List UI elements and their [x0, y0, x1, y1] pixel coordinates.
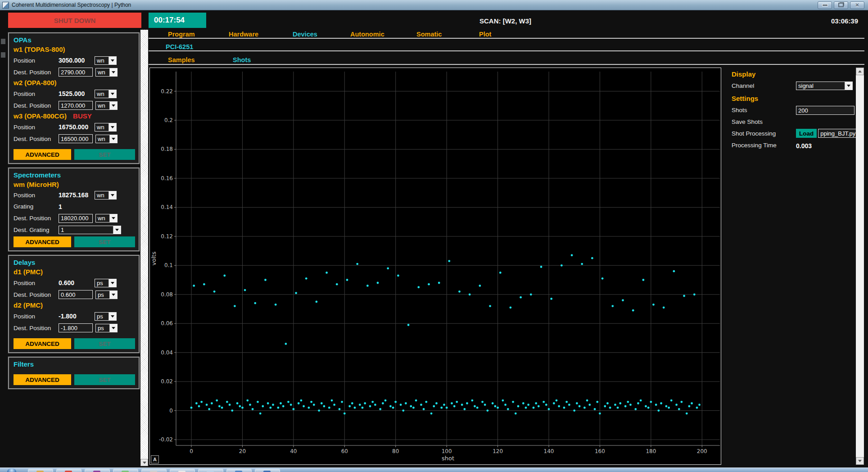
taskbar-app-9[interactable]	[255, 469, 280, 472]
destination-input[interactable]	[59, 68, 93, 77]
restore-button[interactable]	[834, 1, 848, 9]
chevron-down-icon[interactable]	[108, 191, 116, 199]
units-select[interactable]: wn	[95, 90, 117, 98]
set-button[interactable]: SET	[74, 149, 135, 160]
y-tick-label: 0.14	[161, 204, 173, 210]
scatter-point	[515, 413, 517, 415]
units-select[interactable]: wn	[95, 191, 117, 200]
tab-program[interactable]: Program	[168, 31, 195, 38]
close-button[interactable]: ✕	[850, 1, 864, 9]
chevron-down-icon[interactable]	[108, 313, 116, 320]
tab-devices[interactable]: Devices	[293, 31, 317, 38]
destination-input[interactable]	[59, 290, 93, 299]
scatter-point	[533, 407, 535, 409]
scatter-point	[213, 290, 216, 293]
panel-scrollbar[interactable]	[856, 68, 864, 465]
windows-taskbar[interactable]	[0, 467, 868, 472]
scatter-point	[522, 402, 524, 404]
shots-input[interactable]	[796, 106, 854, 115]
set-button[interactable]: SET	[74, 236, 135, 247]
units-select[interactable]: ps	[95, 279, 117, 287]
chevron-down-icon[interactable]	[109, 102, 117, 109]
destination-input[interactable]	[59, 101, 93, 110]
load-script-button[interactable]: Load	[796, 129, 817, 138]
scroll-down-icon[interactable]	[140, 459, 148, 466]
taskbar-app-2[interactable]	[56, 469, 81, 472]
chevron-down-icon[interactable]	[108, 57, 116, 64]
tab-shots[interactable]: Shots	[233, 56, 251, 64]
taskbar-app-6[interactable]	[170, 469, 195, 472]
units-select[interactable]: wn	[95, 123, 117, 132]
chevron-down-icon[interactable]	[109, 324, 117, 332]
minimize-button[interactable]	[818, 1, 832, 9]
units-select[interactable]: wn	[95, 68, 118, 77]
tab-samples[interactable]: Samples	[168, 56, 195, 64]
taskbar-app-8[interactable]	[226, 469, 252, 472]
chevron-down-icon[interactable]	[109, 291, 117, 299]
channel-select[interactable]: signal	[796, 82, 853, 90]
taskbar-app-4[interactable]	[113, 469, 138, 472]
units-select-value: ps	[95, 279, 108, 287]
set-button[interactable]: SET	[74, 374, 135, 385]
taskbar-app-1[interactable]	[28, 469, 53, 472]
scatter-point	[601, 277, 604, 280]
units-select[interactable]: wn	[95, 56, 117, 65]
units-select[interactable]: ps	[95, 290, 118, 299]
chevron-down-icon[interactable]	[108, 90, 116, 98]
scatter-point	[252, 408, 254, 410]
scatter-point	[550, 298, 552, 300]
chevron-down-icon[interactable]	[109, 68, 117, 76]
scatter-point	[267, 402, 269, 404]
destination-input[interactable]	[59, 214, 93, 223]
hardware-name: w2 (OPA-800)	[14, 79, 135, 89]
parameter-row: Position0.600ps	[14, 278, 135, 288]
advanced-button[interactable]: ADVANCED	[14, 149, 71, 160]
taskbar-app-3[interactable]	[85, 469, 110, 472]
units-select[interactable]: wn	[95, 214, 118, 222]
tab-hardware[interactable]: Hardware	[229, 31, 258, 38]
parameter-label: Position	[14, 313, 59, 320]
taskbar-app-7[interactable]	[198, 469, 223, 472]
parameter-row: Dest. Grating1	[14, 225, 135, 235]
scatter-point	[691, 402, 693, 404]
chevron-down-icon[interactable]	[109, 135, 117, 143]
units-select[interactable]: wn	[95, 135, 118, 143]
tab-somatic[interactable]: Somatic	[416, 31, 442, 38]
section-filters: FiltersADVANCEDSET	[8, 357, 140, 389]
chevron-down-icon[interactable]	[108, 279, 116, 287]
scroll-down-icon[interactable]	[856, 457, 864, 465]
sidebar-scrollbar[interactable]	[140, 30, 148, 466]
advanced-button[interactable]: ADVANCED	[14, 236, 71, 247]
scatter-point	[655, 404, 657, 406]
autoscale-button[interactable]: A	[151, 455, 159, 463]
script-path-input[interactable]	[818, 129, 859, 138]
y-tick-label: 0.02	[161, 378, 173, 385]
scroll-up-icon[interactable]	[856, 68, 864, 75]
processing-time-value: 0.003	[796, 142, 812, 150]
advanced-button[interactable]: ADVANCED	[14, 338, 71, 349]
chevron-down-icon[interactable]	[113, 226, 121, 234]
tab-autonomic[interactable]: Autonomic	[350, 31, 384, 38]
start-orb[interactable]	[7, 468, 16, 472]
taskbar-app-5[interactable]	[141, 469, 167, 472]
shutdown-button[interactable]: SHUT DOWN	[8, 13, 141, 28]
tab-pci-6251[interactable]: PCI-6251	[166, 43, 193, 50]
units-select[interactable]: wn	[95, 101, 118, 110]
advanced-button[interactable]: ADVANCED	[14, 374, 71, 385]
chevron-down-icon[interactable]	[109, 214, 117, 222]
scatter-point	[305, 277, 307, 280]
grating-select[interactable]: 1	[59, 226, 121, 234]
units-select[interactable]: ps	[95, 312, 117, 321]
chevron-down-icon[interactable]	[845, 82, 852, 90]
destination-input[interactable]	[59, 134, 93, 143]
scatter-point	[448, 260, 450, 262]
parameter-label: Position	[14, 124, 59, 131]
units-select[interactable]: ps	[95, 324, 118, 332]
destination-input[interactable]	[59, 323, 93, 332]
tab-plot[interactable]: Plot	[479, 31, 491, 38]
set-button[interactable]: SET	[74, 338, 135, 349]
scatter-point	[341, 401, 343, 403]
plot-canvas[interactable]: 020406080100120140160180200-0.0200.020.0…	[150, 68, 721, 464]
chevron-down-icon[interactable]	[108, 123, 116, 131]
scatter-point	[326, 272, 328, 274]
